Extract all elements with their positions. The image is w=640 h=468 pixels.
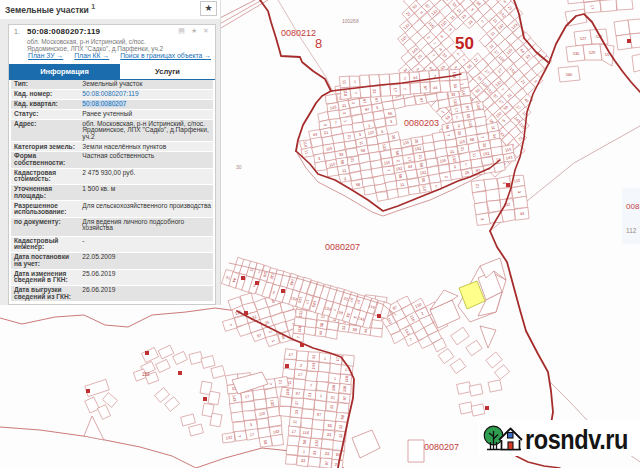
svg-text:0080207: 0080207 [424,442,459,452]
svg-text:008: 008 [626,202,640,211]
svg-text:112: 112 [626,227,637,234]
svg-text:50: 50 [455,34,474,53]
svg-text:530: 530 [573,51,580,56]
svg-text:0080203: 0080203 [404,118,439,128]
svg-text:560: 560 [566,72,573,77]
svg-text:8: 8 [315,36,322,51]
svg-text:0080207: 0080207 [325,242,360,252]
svg-text:527: 527 [580,36,587,41]
svg-text:0080212: 0080212 [281,28,316,38]
svg-text:529: 529 [589,50,596,55]
svg-text:110: 110 [343,90,348,97]
svg-text:30: 30 [236,164,242,170]
svg-text:153: 153 [142,372,150,377]
svg-text:100268: 100268 [342,18,359,24]
